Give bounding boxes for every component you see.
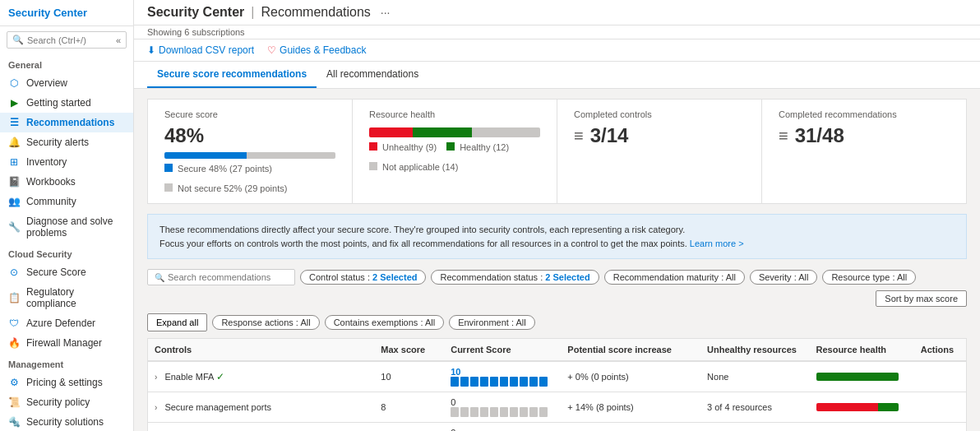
unhealthy-bar xyxy=(369,127,413,137)
filter-recommendation-status[interactable]: Recommendation status : 2 Selected xyxy=(431,270,599,285)
col-actions: Actions xyxy=(914,339,967,362)
score-seg-empty xyxy=(490,407,498,417)
more-options-button[interactable]: ··· xyxy=(381,6,391,19)
secure-score-stat: Secure score 48% Secure 48% (27 points) … xyxy=(148,100,353,203)
recommendations-search-input[interactable] xyxy=(168,272,288,282)
filter-environment[interactable]: Environment : All xyxy=(449,315,535,330)
resource-health-bar-row xyxy=(816,403,899,411)
tab-all-recommendations[interactable]: All recommendations xyxy=(317,62,428,88)
sidebar-item-inventory[interactable]: ⊞ Inventory xyxy=(0,152,133,172)
collapse-sidebar-button[interactable]: « xyxy=(116,35,121,45)
table-body: › Enable MFA ✓ 10 10 + 0% (0 points) Non… xyxy=(148,361,967,431)
healthy-bar xyxy=(413,127,471,137)
filter-contains-exemptions[interactable]: Contains exemptions : All xyxy=(325,315,445,330)
sidebar-item-label: Security alerts xyxy=(26,137,89,148)
check-icon: ✓ xyxy=(216,371,224,382)
score-bar xyxy=(451,377,554,387)
current-score-value: 0 xyxy=(451,428,455,431)
sidebar-search-box[interactable]: 🔍 « xyxy=(7,31,127,49)
sidebar-item-security-solutions[interactable]: 🔩 Security solutions xyxy=(0,412,133,431)
workbooks-icon: 📓 xyxy=(8,176,20,188)
score-seg-filled xyxy=(480,377,488,387)
learn-more-link[interactable]: Learn more > xyxy=(690,239,744,248)
sidebar-item-recommendations[interactable]: ☰ Recommendations xyxy=(0,113,133,132)
sidebar-item-label: Pricing & settings xyxy=(26,377,103,388)
sidebar-item-community[interactable]: 👥 Community xyxy=(0,192,133,211)
recs-icon: ≡ xyxy=(779,127,788,146)
controls-icon: ≡ xyxy=(574,127,584,146)
completed-controls-value: 3/14 xyxy=(590,124,629,147)
table-header: Controls Max score Current Score Potenti… xyxy=(148,339,967,362)
sidebar-item-overview[interactable]: ⬡ Overview xyxy=(0,73,133,93)
cell-actions xyxy=(914,392,967,423)
filter-control-status[interactable]: Control status : 2 Selected xyxy=(300,270,426,285)
secure-score-label: Secure score xyxy=(164,109,335,119)
expand-all-button[interactable]: Expand all xyxy=(147,313,207,331)
sidebar-item-regulatory[interactable]: 📋 Regulatory compliance xyxy=(0,282,133,313)
score-seg-empty xyxy=(520,407,528,417)
expand-row-chevron[interactable]: › xyxy=(155,373,157,382)
sidebar-item-label: Recommendations xyxy=(26,117,114,128)
tab-secure-score[interactable]: Secure score recommendations xyxy=(147,62,317,88)
sort-button[interactable]: Sort by max score xyxy=(876,290,967,307)
tab-bar: Secure score recommendations All recomme… xyxy=(134,62,980,89)
filter-response-actions[interactable]: Response actions : All xyxy=(212,315,319,330)
search-input[interactable] xyxy=(27,35,116,45)
sidebar-item-security-alerts[interactable]: 🔔 Security alerts xyxy=(0,132,133,152)
legend-not-secure: Not secure 52% (29 points) xyxy=(164,183,287,193)
sidebar-item-security-policy[interactable]: 📜 Security policy xyxy=(0,392,133,412)
secure-dot xyxy=(164,164,173,172)
cell-max-score: 6 xyxy=(374,423,444,432)
sidebar-item-workbooks[interactable]: 📓 Workbooks xyxy=(0,172,133,192)
score-seg-empty xyxy=(460,407,469,417)
cell-actions xyxy=(914,361,967,392)
sidebar-item-secure-score[interactable]: ⊙ Secure Score xyxy=(0,262,133,282)
score-seg-filled xyxy=(500,377,508,387)
recommendations-table: Controls Max score Current Score Potenti… xyxy=(147,338,967,431)
sidebar-item-label: Security solutions xyxy=(26,416,104,428)
cloud-security-section-label: Cloud Security xyxy=(0,243,133,262)
filter-severity[interactable]: Severity : All xyxy=(750,270,818,285)
cell-unhealthy: 4 of 4 resources xyxy=(700,423,809,432)
resource-health-label: Resource health xyxy=(369,109,540,119)
legend-unhealthy: Unhealthy (9) xyxy=(369,142,437,152)
score-seg-empty xyxy=(539,407,548,417)
secure-score-value: 48% xyxy=(164,124,335,147)
control-name: Secure management ports xyxy=(164,402,271,412)
secure-bar-empty xyxy=(247,152,335,159)
completed-recs-value: 31/48 xyxy=(795,124,844,147)
score-bar xyxy=(451,407,554,417)
control-name: Enable MFA xyxy=(164,372,213,382)
sidebar-item-pricing[interactable]: ⚙ Pricing & settings xyxy=(0,373,133,392)
cell-current-score: 10 xyxy=(444,361,561,392)
completed-controls-value-row: ≡ 3/14 xyxy=(574,124,745,147)
cell-potential: + 0% (0 points) xyxy=(561,361,700,392)
general-section-label: General xyxy=(0,53,133,73)
score-seg-filled xyxy=(529,377,538,387)
title-separator: | xyxy=(251,5,254,20)
secure-score-bar xyxy=(164,152,335,159)
col-resource-health: Resource health xyxy=(810,339,914,362)
guides-feedback-button[interactable]: ♡ Guides & Feedback xyxy=(267,44,366,56)
expand-row-chevron[interactable]: › xyxy=(155,403,157,412)
getting-started-icon: ▶ xyxy=(8,97,20,109)
sidebar-item-getting-started[interactable]: ▶ Getting started xyxy=(0,93,133,113)
sidebar-item-firewall-manager[interactable]: 🔥 Firewall Manager xyxy=(0,333,133,353)
sidebar-item-label: Security policy xyxy=(26,396,90,408)
completed-recommendations-stat: Completed recommendations ≡ 31/48 xyxy=(762,100,966,203)
cell-current-score: 0 xyxy=(444,423,561,432)
cell-current-score: 0 xyxy=(444,392,561,423)
download-csv-button[interactable]: ⬇ Download CSV report xyxy=(147,44,254,56)
cell-name: › Secure management ports xyxy=(148,392,375,423)
cell-unhealthy: None xyxy=(700,361,809,392)
sidebar-item-azure-defender[interactable]: 🛡 Azure Defender xyxy=(0,313,133,333)
sidebar-item-label: Getting started xyxy=(26,97,91,109)
content-area: Secure score 48% Secure 48% (27 points) … xyxy=(134,89,980,431)
sidebar-item-label: Azure Defender xyxy=(26,317,95,329)
filter-resource-type[interactable]: Resource type : All xyxy=(822,270,916,285)
filter-recommendation-maturity[interactable]: Recommendation maturity : All xyxy=(604,270,745,285)
recommendations-search[interactable]: 🔍 xyxy=(147,269,295,285)
topbar: Security Center | Recommendations ··· xyxy=(134,0,980,25)
sidebar-item-diagnose[interactable]: 🔧 Diagnose and solve problems xyxy=(0,211,133,243)
info-text-2: Focus your efforts on controls worth the… xyxy=(159,237,955,251)
